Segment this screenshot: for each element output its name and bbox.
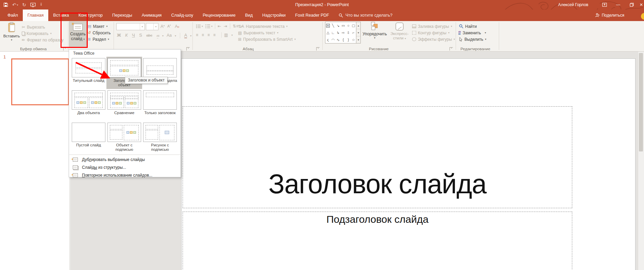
elbow-arrow-connector-icon[interactable]: ↳: [336, 29, 341, 36]
shapes-more-icon[interactable]: ▼: [356, 36, 360, 43]
slide-thumbnail-selected[interactable]: [11, 58, 69, 105]
align-text-button[interactable]: ▤ Выровнять текст▾: [238, 30, 278, 36]
tab-переходы[interactable]: Переходы: [107, 10, 137, 21]
shape-fill-button[interactable]: Заливка фигуры▾: [412, 23, 452, 30]
bold-button[interactable]: Ж: [117, 33, 121, 38]
tab-вид[interactable]: Вид: [240, 10, 258, 21]
line-spacing-icon[interactable]: ⇅≡: [233, 24, 238, 29]
reuse-slides[interactable]: Повторное использование слайдов...: [69, 172, 181, 179]
curve-icon[interactable]: ∿: [336, 36, 341, 43]
align-center-icon[interactable]: ≡: [202, 33, 205, 37]
slide-subtitle-text[interactable]: Подзаголовок слайда: [183, 214, 572, 225]
arrow-icon[interactable]: ↘: [336, 22, 341, 29]
account-user-name[interactable]: Алексей Горлов: [558, 2, 588, 7]
text-box-icon[interactable]: A: [325, 22, 331, 29]
right-arrow-icon[interactable]: ⇨: [341, 29, 346, 36]
paragraph-dialog-launcher-icon[interactable]: [316, 47, 320, 51]
minimize-icon[interactable]: —: [611, 0, 625, 10]
layout-option-comparison[interactable]: Сравнение: [106, 89, 142, 121]
scroll-down-icon[interactable]: ▼: [356, 29, 360, 36]
scrollbar-thumb[interactable]: [639, 53, 643, 151]
arc-icon[interactable]: ◠: [331, 36, 336, 43]
share-button[interactable]: Поделиться: [595, 10, 624, 21]
replace-button[interactable]: abac Заменить▾: [458, 30, 486, 36]
layout-option-blank[interactable]: Пустой слайд: [71, 121, 106, 154]
increase-font-size-icon[interactable]: А▴: [160, 24, 165, 29]
layout-option-picture-caption[interactable]: Рисунок с подписью: [142, 121, 178, 154]
font-color-button[interactable]: А: [184, 33, 187, 38]
decrease-font-size-icon[interactable]: А▾: [167, 24, 171, 28]
right-brace-icon[interactable]: }: [346, 36, 351, 43]
layout-button[interactable]: ▤ Макет▾: [88, 23, 107, 30]
paste-button[interactable]: Вставить ▾: [2, 22, 21, 41]
format-painter-button[interactable]: ✏ Формат по образцу: [22, 37, 64, 43]
tab-рецензирование[interactable]: Рецензирование: [198, 10, 240, 21]
layout-option-title[interactable]: Титульный слайд: [71, 57, 106, 89]
layout-option-two-content[interactable]: Два объекта: [71, 89, 106, 121]
text-direction-button[interactable]: ⇅А Направление текста▾: [238, 23, 288, 30]
layout-option-section-header[interactable]: Заголовок раздела: [142, 57, 178, 89]
columns-icon[interactable]: ▥: [224, 33, 228, 37]
tab-foxit-reader-pdf[interactable]: Foxit Reader PDF: [290, 10, 334, 21]
slides-from-outline[interactable]: Слайды из структуры...: [69, 164, 181, 172]
star-icon[interactable]: ☆: [351, 36, 356, 43]
find-button[interactable]: Найти: [459, 23, 477, 30]
justify-icon[interactable]: ≡: [213, 33, 216, 37]
font-name-combo[interactable]: ▾: [116, 23, 145, 30]
duplicate-selected-slides[interactable]: Дублировать выбранные слайды: [69, 156, 181, 164]
scroll-up-icon[interactable]: ▲: [356, 22, 360, 29]
arrange-dropdown-icon[interactable]: ▾: [361, 36, 388, 39]
layout-option-content-caption[interactable]: Объект с подписью: [106, 121, 142, 154]
elbow-connector-icon[interactable]: ∟: [331, 29, 336, 36]
restore-icon[interactable]: [625, 0, 639, 10]
numbering-icon[interactable]: [205, 24, 210, 29]
italic-button[interactable]: К: [125, 33, 128, 38]
clear-formatting-icon[interactable]: А: [175, 24, 179, 29]
bullets-icon[interactable]: [196, 24, 201, 29]
tell-me-search[interactable]: Что вы хотите сделать?: [334, 10, 397, 21]
select-button[interactable]: Выделить▾: [459, 36, 486, 42]
cut-button[interactable]: ✂ Вырезать: [22, 24, 45, 30]
font-size-combo[interactable]: ▾: [146, 23, 158, 30]
arrange-button[interactable]: Упорядочить ▾: [361, 22, 388, 39]
tab-главная[interactable]: Главная: [23, 10, 49, 21]
down-arrow-icon[interactable]: ⇩: [346, 29, 351, 36]
shapes-gallery-scrollbar[interactable]: ▲ ▼ ▼: [356, 22, 361, 43]
slide-title-text[interactable]: Заголовок слайда: [183, 170, 572, 198]
oval-icon[interactable]: ○: [346, 22, 351, 29]
paste-dropdown-icon[interactable]: ▾: [2, 38, 21, 41]
tab-анимация[interactable]: Анимация: [137, 10, 167, 21]
close-icon[interactable]: ✕: [639, 0, 644, 10]
snip-corner-shape-icon[interactable]: ⌐: [351, 29, 356, 36]
shape-effects-button[interactable]: Эффекты фигуры▾: [412, 36, 455, 42]
character-spacing-button[interactable]: АВ↔: [156, 35, 159, 39]
tab-надстройки[interactable]: Надстройки: [257, 10, 290, 21]
rectangle-icon[interactable]: ▭: [341, 22, 346, 29]
shape-outline-button[interactable]: Контур фигуры▾: [412, 30, 450, 36]
align-right-icon[interactable]: ≡: [207, 33, 210, 37]
underline-button[interactable]: Ч: [132, 33, 135, 38]
layout-option-title-only[interactable]: Только заголовок: [142, 89, 178, 121]
reset-button[interactable]: ↺ Сбросить: [88, 30, 111, 36]
layout-option-title-content[interactable]: Заголовок и объект: [106, 57, 142, 89]
ribbon-display-options-icon[interactable]: [598, 0, 611, 10]
font-dialog-launcher-icon[interactable]: [186, 47, 190, 51]
increase-indent-icon[interactable]: ⇥: [224, 24, 227, 29]
copy-button[interactable]: Копировать ▾: [22, 30, 52, 37]
section-button[interactable]: ≣ Раздел▾: [88, 36, 109, 42]
change-case-button[interactable]: Aa: [167, 33, 172, 38]
align-left-icon[interactable]: ≡: [196, 33, 199, 37]
rounded-rectangle-icon[interactable]: ▢: [351, 22, 356, 29]
triangle-icon[interactable]: △: [325, 29, 331, 36]
text-shadow-button[interactable]: S: [139, 33, 142, 38]
line-icon[interactable]: ╲: [331, 22, 336, 29]
freeform-icon[interactable]: ς: [325, 36, 331, 43]
left-brace-icon[interactable]: {: [341, 36, 346, 43]
drawing-dialog-launcher-icon[interactable]: [450, 47, 453, 51]
tab-слайд-шоу[interactable]: Слайд-шоу: [166, 10, 198, 21]
strikethrough-button[interactable]: abc: [146, 33, 152, 37]
quick-styles-button[interactable]: Экспресс-стили ▾: [389, 22, 410, 41]
tab-файл[interactable]: Файл: [3, 10, 23, 21]
convert-to-smartart-button[interactable]: ⊞ Преобразовать в SmartArt▾: [238, 36, 296, 42]
decrease-indent-icon[interactable]: ⇤: [218, 24, 221, 29]
